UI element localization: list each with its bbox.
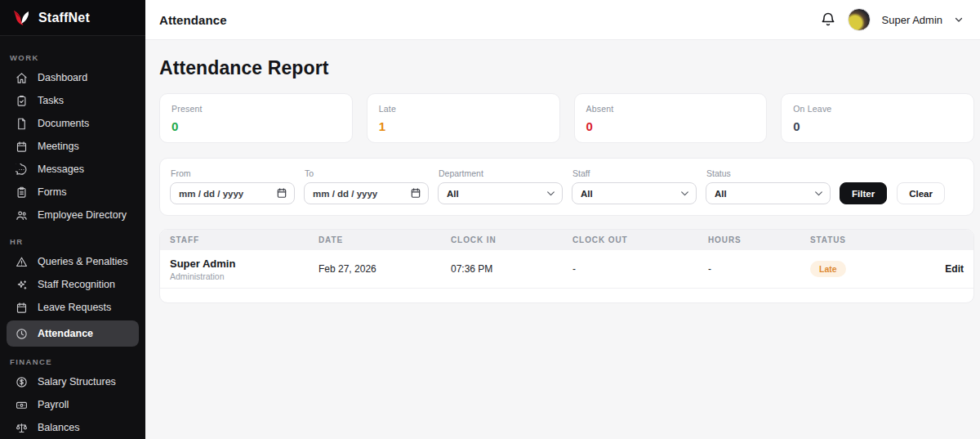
edit-link[interactable]: Edit — [900, 263, 964, 275]
sidebar: StaffNet WORK Dashboard Tasks Documents … — [0, 0, 145, 439]
sidebar-item-leave-requests[interactable]: Leave Requests — [7, 296, 139, 319]
sidebar-item-attendance[interactable]: Attendance — [7, 320, 139, 347]
stat-label: Late — [379, 104, 548, 114]
sidebar-item-label: Payroll — [38, 399, 69, 410]
staff-field: Staff All — [572, 168, 697, 204]
row-staff-name: Super Admin — [170, 258, 318, 270]
stat-label: Present — [172, 104, 341, 114]
calendar-icon — [15, 140, 28, 153]
document-icon — [15, 117, 28, 130]
staff-select[interactable]: All — [572, 182, 697, 204]
user-avatar[interactable] — [848, 8, 871, 31]
column-header-staff: Staff — [170, 235, 318, 244]
status-badge: Late — [810, 261, 846, 277]
column-header-status: Status — [810, 235, 900, 244]
sidebar-item-label: Queries & Penalties — [38, 256, 127, 267]
stat-value-0: 0 — [172, 119, 341, 133]
table-row: Super Admin Administration Feb 27, 2026 … — [160, 250, 973, 289]
status-label: Status — [706, 168, 831, 178]
department-select[interactable]: All — [438, 182, 563, 204]
status-select[interactable]: All — [706, 182, 831, 204]
calendar-icon — [15, 301, 28, 314]
notifications-bell-icon[interactable] — [820, 11, 836, 28]
to-label: To — [305, 168, 429, 178]
sidebar-item-payroll[interactable]: Payroll — [7, 393, 139, 416]
sidebar-item-employee-directory[interactable]: Employee Directory — [7, 204, 139, 226]
sidebar-item-label: Employee Directory — [38, 209, 127, 221]
home-icon — [15, 71, 28, 84]
sidebar-item-staff-recognition[interactable]: Staff Recognition — [7, 273, 139, 296]
column-header-clock-out: Clock Out — [572, 235, 708, 244]
stat-value-2: 0 — [586, 119, 755, 133]
sidebar-item-label: Meetings — [38, 141, 79, 152]
sidebar-item-label: Leave Requests — [38, 302, 111, 313]
section-label-hr: HR — [10, 237, 139, 246]
section-label-work: WORK — [10, 53, 139, 62]
stat-label: Absent — [586, 104, 755, 114]
brand-logo: StaffNet — [0, 0, 145, 36]
sidebar-item-label: Messages — [38, 164, 84, 175]
sidebar-nav: WORK Dashboard Tasks Documents Meetings … — [0, 36, 145, 439]
banknote-icon — [15, 398, 28, 411]
sidebar-item-label: Staff Recognition — [38, 279, 115, 290]
sidebar-item-balances[interactable]: Balances — [7, 416, 139, 439]
sidebar-item-label: Balances — [38, 422, 79, 433]
column-header-hours: Hours — [708, 235, 810, 244]
sidebar-item-label: Tasks — [38, 95, 64, 106]
page-title: Attendance — [159, 13, 227, 27]
people-icon — [15, 208, 28, 222]
attendance-table: Staff Date Clock In Clock Out Hours Stat… — [159, 229, 974, 303]
department-field: Department All — [438, 168, 563, 204]
filter-button[interactable]: Filter — [840, 182, 887, 204]
stat-value-3: 0 — [793, 119, 962, 133]
row-staff-department: Administration — [170, 271, 318, 281]
stat-card-absent: Absent 0 — [574, 93, 768, 143]
from-date-input[interactable] — [170, 182, 295, 204]
sidebar-item-label: Dashboard — [38, 72, 87, 83]
stat-label: On Leave — [793, 104, 962, 114]
table-header-row: Staff Date Clock In Clock Out Hours Stat… — [160, 230, 973, 250]
sidebar-item-label: Documents — [38, 118, 89, 129]
section-label-finance: FINANCE — [10, 357, 139, 366]
alert-triangle-icon — [15, 255, 28, 268]
sidebar-item-dashboard[interactable]: Dashboard — [7, 66, 139, 89]
row-clock-in: 07:36 PM — [451, 263, 572, 275]
sparkle-icon — [15, 278, 28, 291]
row-clock-out: - — [572, 263, 708, 275]
scales-icon — [15, 421, 28, 434]
dollar-circle-icon — [15, 375, 28, 388]
clipboard-check-icon — [15, 94, 28, 107]
main-content: Attendance Report Present 0 Late 1 Absen… — [145, 40, 980, 439]
sidebar-item-meetings[interactable]: Meetings — [7, 135, 139, 158]
from-date-field: From — [170, 168, 295, 204]
from-label: From — [171, 168, 295, 178]
sidebar-item-documents[interactable]: Documents — [7, 112, 139, 135]
staffnet-logo-icon — [11, 7, 32, 29]
sidebar-item-forms[interactable]: Forms — [7, 181, 139, 204]
filter-bar: From To Department — [159, 158, 974, 216]
sidebar-item-queries-penalties[interactable]: Queries & Penalties — [7, 250, 139, 273]
chat-icon — [15, 163, 28, 176]
to-date-input[interactable] — [304, 182, 429, 204]
column-header-date: Date — [318, 235, 451, 244]
chevron-down-icon[interactable] — [954, 15, 964, 25]
table-footer-spacer — [160, 289, 973, 302]
sidebar-item-tasks[interactable]: Tasks — [7, 89, 139, 112]
status-field: Status All — [706, 168, 831, 204]
department-label: Department — [439, 168, 563, 178]
clock-icon — [15, 327, 28, 340]
sidebar-item-label: Forms — [38, 186, 66, 198]
clipboard-icon — [15, 186, 28, 199]
stat-card-late: Late 1 — [367, 93, 560, 143]
user-name: Super Admin — [882, 14, 942, 26]
topbar: Attendance Super Admin — [145, 0, 980, 40]
to-date-field: To — [304, 168, 429, 204]
report-heading: Attendance Report — [159, 57, 974, 79]
stat-value-1: 1 — [379, 119, 548, 133]
row-hours: - — [708, 263, 810, 275]
stat-card-on-leave: On Leave 0 — [781, 93, 974, 143]
stats-row: Present 0 Late 1 Absent 0 On Leave 0 — [159, 93, 974, 143]
sidebar-item-messages[interactable]: Messages — [7, 158, 139, 181]
sidebar-item-salary-structures[interactable]: Salary Structures — [7, 370, 139, 393]
clear-button[interactable]: Clear — [897, 182, 945, 204]
